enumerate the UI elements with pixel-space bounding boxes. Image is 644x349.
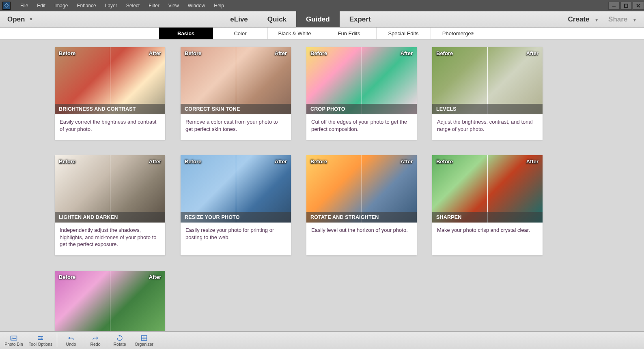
card-description: Cut off the edges of your photo to get t…	[306, 114, 417, 140]
after-label: After	[401, 158, 413, 165]
maximize-button[interactable]	[620, 2, 632, 10]
mode-tabs: eLiveQuickGuidedExpert	[220, 11, 380, 27]
guided-card-crop-photo[interactable]: BeforeAfterCROP PHOTOCut off the edges o…	[306, 47, 417, 140]
undo-label: Undo	[66, 342, 76, 347]
guided-card-brightness-and-contrast[interactable]: BeforeAfterBRIGHTNESS AND CONTRASTEasily…	[55, 47, 165, 140]
open-label: Open	[7, 15, 25, 24]
tool-options-button[interactable]: Tool Options	[26, 332, 55, 349]
bottom-toolbar: Photo Bin Tool Options Undo Redo Rotate …	[0, 331, 644, 349]
guided-edit-grid: BeforeAfterBRIGHTNESS AND CONTRASTEasily…	[55, 47, 603, 331]
mode-tab-expert[interactable]: Expert	[340, 11, 381, 27]
main-content: BeforeAfterBRIGHTNESS AND CONTRASTEasily…	[0, 40, 644, 331]
svg-point-8	[39, 336, 40, 337]
separator	[57, 334, 57, 347]
create-button[interactable]: Create ▼	[568, 15, 599, 24]
card-description: Remove a color cast from your photo to g…	[181, 114, 291, 140]
after-label: After	[401, 50, 413, 56]
svg-point-9	[41, 337, 43, 338]
before-after-divider	[110, 271, 110, 331]
card-title: BRIGHTNESS AND CONTRAST	[55, 104, 165, 114]
menu-edit[interactable]: Edit	[33, 1, 50, 10]
after-label: After	[275, 158, 287, 165]
mode-tab-quick[interactable]: Quick	[258, 11, 296, 27]
before-label: Before	[310, 158, 327, 165]
undo-button[interactable]: Undo	[59, 332, 83, 349]
category-tab-label: Color	[234, 30, 246, 36]
after-label: After	[149, 158, 161, 165]
after-label: After	[526, 158, 538, 165]
card-thumbnail: BeforeAfterRESIZE YOUR PHOTO	[181, 155, 291, 223]
guided-card-levels[interactable]: BeforeAfterLEVELSAdjust the brightness, …	[432, 47, 543, 140]
card-description: Easily resize your photo for printing or…	[181, 223, 291, 248]
menu-bar: FileEditImageEnhanceLayerSelectFilterVie…	[16, 1, 228, 10]
before-label: Before	[59, 158, 75, 165]
category-tab-color[interactable]: Color	[213, 28, 268, 39]
guided-card-vignette-effect[interactable]: BeforeAfter	[55, 271, 165, 331]
mode-tab-guided[interactable]: Guided	[296, 11, 340, 27]
redo-label: Redo	[90, 342, 100, 347]
close-button[interactable]	[633, 2, 644, 10]
card-thumbnail: BeforeAfterROTATE AND STRAIGHTEN	[306, 155, 417, 223]
card-description: Make your photo crisp and crystal clear.	[432, 223, 543, 248]
category-tab-photomerge[interactable]: Photomerge®	[431, 28, 485, 39]
card-thumbnail: BeforeAfterLEVELS	[432, 47, 543, 114]
before-label: Before	[185, 50, 201, 56]
card-title: LIGHTEN AND DARKEN	[55, 212, 165, 223]
card-thumbnail: BeforeAfter	[55, 271, 165, 331]
guided-card-resize-your-photo[interactable]: BeforeAfterRESIZE YOUR PHOTOEasily resiz…	[181, 155, 291, 255]
menu-view[interactable]: View	[164, 1, 183, 10]
category-tab-label: Photomerge	[442, 30, 471, 36]
photo-bin-label: Photo Bin	[4, 342, 23, 347]
organizer-button[interactable]: Organizer	[132, 332, 156, 349]
menu-help[interactable]: Help	[210, 1, 228, 10]
card-thumbnail: BeforeAfterBRIGHTNESS AND CONTRAST	[55, 47, 165, 114]
card-description: Easily correct the brightness and contra…	[55, 114, 165, 140]
card-thumbnail: BeforeAfterCORRECT SKIN TONE	[181, 47, 291, 114]
menu-filter[interactable]: Filter	[144, 1, 164, 10]
card-description: Adjust the brightness, contrast, and ton…	[432, 114, 543, 140]
category-tab-fun-edits[interactable]: Fun Edits	[322, 28, 377, 39]
rotate-label: Rotate	[114, 342, 126, 347]
menu-file[interactable]: File	[16, 1, 32, 10]
menu-enhance[interactable]: Enhance	[73, 1, 100, 10]
card-thumbnail: BeforeAfterCROP PHOTO	[306, 47, 417, 114]
share-label: Share	[608, 15, 627, 23]
tool-options-label: Tool Options	[29, 342, 52, 347]
menu-select[interactable]: Select	[122, 1, 144, 10]
before-label: Before	[310, 50, 327, 56]
category-tab-special-edits[interactable]: Special Edits	[377, 28, 431, 39]
menu-layer[interactable]: Layer	[101, 1, 121, 10]
after-label: After	[149, 50, 161, 56]
menu-window[interactable]: Window	[184, 1, 209, 10]
open-button[interactable]: Open ▼	[0, 11, 33, 27]
category-tab-basics[interactable]: Basics	[159, 28, 213, 39]
after-label: After	[275, 50, 287, 56]
minimize-button[interactable]	[608, 2, 620, 10]
guided-card-lighten-and-darken[interactable]: BeforeAfterLIGHTEN AND DARKENIndependent…	[55, 155, 165, 255]
guided-card-correct-skin-tone[interactable]: BeforeAfterCORRECT SKIN TONERemove a col…	[181, 47, 291, 140]
mode-tab-elive[interactable]: eLive	[220, 11, 257, 27]
card-thumbnail: BeforeAfterLIGHTEN AND DARKEN	[55, 155, 165, 223]
card-title: CROP PHOTO	[306, 104, 417, 114]
before-label: Before	[436, 50, 453, 56]
card-title: ROTATE AND STRAIGHTEN	[306, 212, 417, 223]
category-tab-label: Basics	[177, 30, 194, 36]
title-bar: FileEditImageEnhanceLayerSelectFilterVie…	[0, 0, 644, 11]
category-tab-black-white[interactable]: Black & White	[268, 28, 322, 39]
share-button[interactable]: Share ▼	[608, 15, 637, 24]
svg-rect-1	[625, 4, 628, 7]
guided-card-sharpen[interactable]: BeforeAfterSHARPENMake your photo crisp …	[432, 155, 543, 255]
main-toolbar: Open ▼ eLiveQuickGuidedExpert Create ▼ S…	[0, 11, 644, 28]
rotate-button[interactable]: Rotate	[108, 332, 132, 349]
svg-rect-11	[141, 336, 147, 340]
category-tabs: BasicsColorBlack & WhiteFun EditsSpecial…	[0, 28, 644, 40]
guided-card-rotate-and-straighten[interactable]: BeforeAfterROTATE AND STRAIGHTENEasily l…	[306, 155, 417, 255]
menu-image[interactable]: Image	[50, 1, 72, 10]
after-label: After	[526, 50, 538, 56]
card-title: CORRECT SKIN TONE	[181, 104, 291, 114]
chevron-down-icon: ▼	[29, 17, 33, 21]
photo-bin-button[interactable]: Photo Bin	[2, 332, 26, 349]
before-label: Before	[59, 274, 75, 280]
card-title: LEVELS	[432, 104, 543, 114]
redo-button[interactable]: Redo	[83, 332, 108, 349]
